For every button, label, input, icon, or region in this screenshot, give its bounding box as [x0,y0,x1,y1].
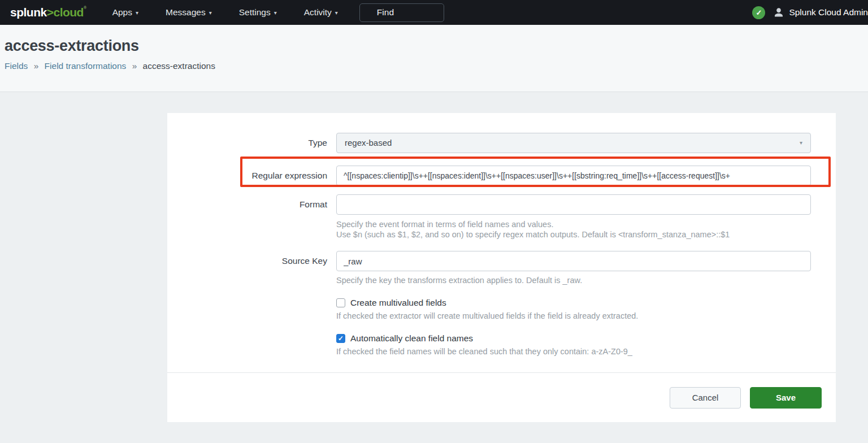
nav-menu-activity[interactable]: Activity ▾ [304,7,338,18]
breadcrumb-link-fields[interactable]: Fields [5,61,28,71]
breadcrumb-separator: » [34,61,39,71]
format-label: Format [167,194,336,240]
clean-names-checkbox-help: If checked the field names will be clean… [336,347,811,357]
clean-names-checkbox[interactable]: ✓ [336,334,345,343]
multivalued-checkbox-help: If checked the extractor will create mul… [336,311,811,322]
nav-menu-apps[interactable]: Apps ▾ [112,7,138,18]
chevron-down-icon: ▾ [136,10,138,16]
form-actions: Cancel Save [167,373,836,409]
nav-menu-label: Apps [112,7,132,18]
nav-menu-settings[interactable]: Settings ▾ [239,7,277,18]
save-button[interactable]: Save [750,387,822,409]
nav-menu-label: Activity [304,7,332,18]
clean-names-checkbox-label: Automatically clean field names [350,333,473,344]
registered-mark: ® [84,6,86,10]
multivalued-checkbox-group: ✓ Create multivalued fields If checked t… [336,298,811,322]
regex-row: Regular expression [167,166,836,186]
source-key-input[interactable] [336,251,811,271]
logo-text-cloud: cloud [53,6,84,19]
logo-text-splunk: splunk [10,6,47,19]
regex-input[interactable] [336,166,811,186]
format-help-line1: Specify the event format in terms of fie… [336,220,811,230]
format-help-line2: Use $n (such as $1, $2, and so on) to sp… [336,230,811,240]
chevron-down-icon: ▾ [800,133,802,153]
breadcrumb-link-field-transformations[interactable]: Field transformations [45,61,127,71]
chevron-down-icon: ▾ [335,10,338,16]
logo-chevron: > [47,6,54,19]
nav-menu-messages[interactable]: Messages ▾ [166,7,212,18]
source-key-label: Source Key [167,251,336,286]
health-check-icon[interactable]: ✓ [752,6,765,19]
type-label: Type [167,133,336,153]
type-row: Type regex-based ▾ [167,133,836,153]
format-help: Specify the event format in terms of fie… [336,220,811,240]
check-icon: ✓ [338,335,344,342]
nav-menu-label: Messages [166,7,206,18]
user-name: Splunk Cloud Admin [789,7,868,18]
check-icon: ✓ [756,8,762,17]
breadcrumb-current: access-extractions [143,61,215,71]
type-select[interactable]: regex-based ▾ [336,133,811,153]
breadcrumb: Fields » Field transformations » access-… [5,61,868,71]
edit-form-card: Type regex-based ▾ Regular expression Fo… [167,113,836,422]
top-navbar: splunk>cloud® Apps ▾ Messages ▾ Settings… [0,0,868,25]
source-key-row: Source Key Specify the key the transform… [167,251,836,286]
cancel-button[interactable]: Cancel [670,387,741,409]
breadcrumb-separator: » [132,61,137,71]
navbar-right: ✓ Splunk Cloud Admin [747,6,868,19]
multivalued-checkbox[interactable]: ✓ [336,298,345,307]
user-menu[interactable]: Splunk Cloud Admin [773,7,868,18]
multivalued-checkbox-label: Create multivalued fields [350,298,446,308]
chevron-down-icon: ▾ [274,10,277,16]
page-header: access-extractions Fields » Field transf… [0,25,868,92]
content-area: Type regex-based ▾ Regular expression Fo… [0,113,868,443]
multivalued-checkbox-row[interactable]: ✓ Create multivalued fields [336,298,811,308]
user-icon [773,7,784,18]
nav-menus: Apps ▾ Messages ▾ Settings ▾ Activity ▾ [112,7,338,18]
clean-names-checkbox-row[interactable]: ✓ Automatically clean field names [336,333,811,344]
type-select-value: regex-based [345,138,392,147]
splunk-cloud-logo[interactable]: splunk>cloud® [10,6,86,19]
chevron-down-icon: ▾ [209,10,212,16]
source-key-help: Specify the key the transforms extractio… [336,276,811,286]
find-search-input[interactable] [359,3,444,22]
format-input[interactable] [336,194,811,215]
clean-names-checkbox-group: ✓ Automatically clean field names If che… [336,333,811,357]
regex-label: Regular expression [167,166,336,186]
page-title: access-extractions [5,37,868,55]
nav-menu-label: Settings [239,7,271,18]
format-row: Format Specify the event format in terms… [167,194,836,240]
